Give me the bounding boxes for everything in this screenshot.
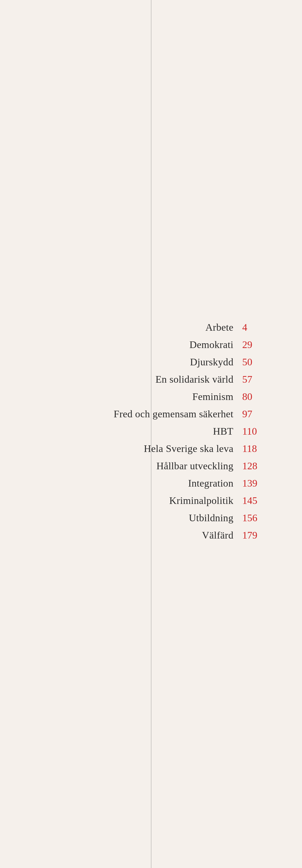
- toc-page-number: 97: [242, 408, 261, 420]
- toc-page-number: 50: [242, 356, 261, 368]
- toc-label: En solidarisk värld: [156, 374, 233, 385]
- toc-label: Hela Sverige ska leva: [144, 443, 233, 455]
- toc-label: Välfärd: [202, 529, 233, 541]
- toc-page-number: 118: [242, 443, 261, 455]
- toc-label: Fred och gemensam säkerhet: [113, 408, 233, 420]
- toc-label: Utbildning: [189, 512, 233, 524]
- toc-label: Djurskydd: [190, 356, 233, 368]
- toc-label: Kriminalpolitik: [169, 495, 233, 506]
- toc-page-number: 110: [242, 426, 261, 437]
- toc-page-number: 145: [242, 495, 261, 506]
- toc-page-number: 80: [242, 391, 261, 403]
- toc-label: Demokrati: [189, 339, 233, 350]
- toc-label: Hållbar utveckling: [156, 460, 233, 472]
- vertical-divider: [151, 0, 151, 868]
- toc-label: Feminism: [192, 391, 233, 403]
- toc-page-number: 179: [242, 529, 261, 541]
- toc-page-number: 139: [242, 477, 261, 489]
- toc-label: Integration: [188, 477, 233, 489]
- toc-label: Arbete: [205, 321, 233, 333]
- page: Arbete4Demokrati29Djurskydd50En solidari…: [0, 0, 302, 868]
- toc-page-number: 4: [242, 321, 261, 333]
- toc-page-number: 128: [242, 460, 261, 472]
- toc-page-number: 29: [242, 339, 261, 350]
- toc-page-number: 156: [242, 512, 261, 524]
- toc-label: HBT: [213, 426, 233, 437]
- toc-page-number: 57: [242, 374, 261, 385]
